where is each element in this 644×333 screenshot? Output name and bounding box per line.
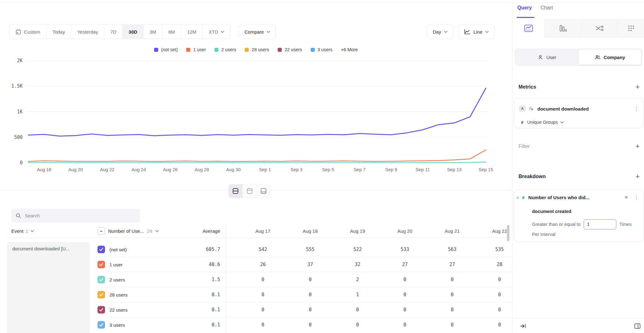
metric-more-menu[interactable]: ⋮	[632, 106, 640, 112]
row-value: 32	[336, 257, 380, 272]
calendar-icon	[16, 29, 21, 35]
legend-item[interactable]: 2 users	[214, 47, 236, 52]
measure-label: Unique Groups	[527, 120, 558, 125]
x-axis-label: Sep 15	[479, 167, 493, 172]
breakdown-event[interactable]: document created	[532, 209, 571, 214]
compare-button[interactable]: Compare	[239, 25, 276, 39]
layout-table-only-button[interactable]	[256, 184, 270, 198]
date-column-header[interactable]: Aug 18	[288, 224, 332, 237]
chevron-down-icon	[444, 31, 447, 33]
layout-split-button[interactable]	[229, 184, 242, 198]
row-checkbox[interactable]	[97, 321, 105, 329]
range-7d[interactable]: 7D	[104, 25, 122, 39]
scope-company[interactable]: Company	[579, 50, 641, 65]
row-checkbox[interactable]	[97, 246, 105, 253]
row-label[interactable]: (not set)	[109, 242, 127, 257]
search-input[interactable]	[25, 213, 132, 218]
select-all-checkbox[interactable]: −	[97, 227, 105, 235]
row-value: 2	[336, 272, 380, 287]
chevron-down-icon	[31, 230, 34, 232]
y-axis-tick: 0	[20, 160, 23, 166]
check-icon	[99, 293, 103, 297]
close-icon[interactable]: ×	[623, 194, 630, 201]
drag-handle-icon[interactable]: ≡	[516, 195, 519, 200]
legend-item[interactable]: 28 users	[245, 47, 269, 52]
scope-user[interactable]: User	[516, 50, 579, 65]
chart-type-bar-tab[interactable]	[544, 19, 581, 38]
times-unit-label: Times	[619, 222, 632, 227]
metric-event-name[interactable]: document downloaded	[537, 106, 589, 112]
range-xtd[interactable]: XTD	[202, 25, 230, 39]
legend-swatch	[278, 48, 282, 52]
layout-chart-only-button[interactable]	[242, 184, 256, 198]
chart-type-grid-tab[interactable]	[617, 19, 644, 38]
range-today[interactable]: Today	[46, 25, 71, 39]
range-30d[interactable]: 30D	[122, 25, 143, 39]
x-axis-label: Sep 5	[322, 167, 334, 172]
row-label[interactable]: 3 users	[109, 317, 125, 332]
range-custom[interactable]: Custom	[10, 25, 46, 39]
row-value: 555	[288, 242, 332, 257]
legend-item[interactable]: 3 users	[311, 47, 333, 52]
event-group-cell[interactable]: document downloaded [U...	[7, 242, 90, 333]
row-value: 37	[288, 257, 332, 272]
row-checkbox[interactable]	[97, 276, 105, 283]
legend-item[interactable]: (not set)	[154, 47, 178, 52]
add-metric-button[interactable]: +	[636, 84, 640, 90]
legend-label: (not set)	[161, 47, 178, 52]
average-column-header[interactable]: Average	[176, 224, 220, 237]
row-checkbox[interactable]	[97, 261, 105, 268]
metric-card[interactable]: A document downloaded ⋮ # Unique Groups	[514, 98, 644, 128]
group-header-label[interactable]: Number of Use...	[108, 228, 144, 234]
table-row: 3 users0.1000000	[94, 317, 512, 332]
breakdown-condition[interactable]: Greater than or equal to	[532, 222, 580, 227]
event-column-header[interactable]: Event 1	[11, 224, 34, 237]
y-axis-tick: 1.5K	[11, 83, 23, 89]
date-column-header[interactable]: Aug 20	[383, 224, 427, 237]
granularity-button[interactable]: Day	[427, 25, 453, 39]
legend-more[interactable]: +6 More	[341, 47, 358, 52]
chart-legend: (not set)1 user2 users28 users22 users3 …	[0, 47, 512, 52]
date-column-header[interactable]: Aug 21	[430, 224, 474, 237]
row-average: 0.1	[176, 317, 220, 332]
range-yesterday[interactable]: Yesterday	[71, 25, 104, 39]
range-12m[interactable]: 12M	[181, 25, 202, 39]
chart-type-flow-tab[interactable]	[581, 19, 617, 38]
table-only-icon	[260, 188, 267, 194]
breakdown-name[interactable]: Number of Users who did...	[528, 195, 589, 200]
table-scrollbar[interactable]	[507, 225, 509, 241]
series-line-1-user	[28, 150, 486, 161]
chart-type-button[interactable]: Line	[458, 25, 494, 39]
legend-item[interactable]: 22 users	[278, 47, 302, 52]
range-3m[interactable]: 3M	[143, 25, 162, 39]
row-label[interactable]: 22 users	[109, 302, 128, 317]
times-value-input[interactable]	[584, 219, 616, 229]
legend-swatch	[245, 48, 249, 52]
row-label[interactable]: 1 user	[109, 257, 123, 272]
add-breakdown-button[interactable]: +	[636, 173, 640, 180]
date-column-header[interactable]: Aug 17	[241, 224, 285, 237]
breakdown-more-menu[interactable]: ⋮	[632, 194, 640, 201]
row-label[interactable]: 2 users	[109, 272, 125, 287]
row-checkbox[interactable]	[97, 291, 105, 298]
side-panel-toggle-icon[interactable]	[634, 323, 641, 329]
range-6m[interactable]: 6M	[162, 25, 181, 39]
breakdown-per-interval[interactable]: Per Interval	[532, 232, 555, 237]
tab-chart[interactable]: Chart	[541, 5, 553, 11]
breakdown-card[interactable]: ≡ # Number of Users who did... × ⋮ docum…	[514, 189, 644, 242]
collapse-panel-icon[interactable]	[520, 324, 526, 329]
tab-query[interactable]: Query	[517, 5, 532, 11]
scope-toggle: User Company	[514, 48, 642, 66]
row-value: 0	[383, 317, 427, 332]
row-label[interactable]: 28 users	[109, 287, 128, 302]
add-filter-button[interactable]: +	[636, 143, 640, 150]
measure-selector[interactable]: Unique Groups	[527, 120, 564, 125]
row-checkbox[interactable]	[97, 306, 105, 314]
grid-dots-icon	[627, 25, 635, 32]
line-chart[interactable]: 05001K1.5K2KAug 18Aug 20Aug 22Aug 24Aug …	[0, 57, 512, 176]
x-axis-label: Aug 24	[131, 167, 146, 172]
chart-type-line-tab[interactable]	[513, 19, 544, 38]
legend-item[interactable]: 1 user	[186, 47, 206, 52]
row-value: 522	[336, 242, 380, 257]
date-column-header[interactable]: Aug 19	[336, 224, 380, 237]
